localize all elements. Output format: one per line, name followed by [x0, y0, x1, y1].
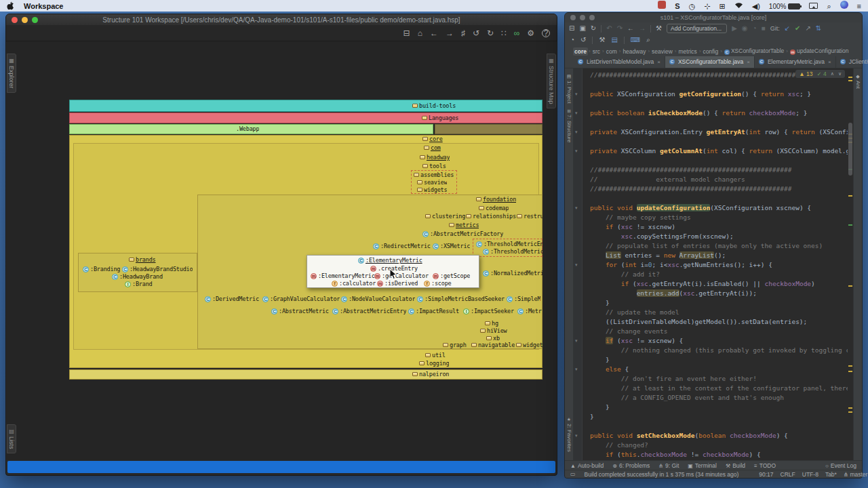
- breadcrumb-src[interactable]: src: [591, 47, 601, 56]
- rollback-icon[interactable]: ↺: [580, 37, 586, 43]
- build-status-message[interactable]: Build completed successfully in 1 s 375 …: [585, 471, 739, 478]
- breadcrumb-headway[interactable]: headway: [621, 47, 647, 56]
- clock-icon[interactable]: ◷: [689, 2, 696, 11]
- tool-window-button-build[interactable]: ⚒Build: [726, 462, 745, 469]
- git-commit-icon[interactable]: ✔: [795, 25, 800, 32]
- structure-map-canvas[interactable]: ▦ Explorer ▦ Structure Map ▤ Lists: [7, 41, 556, 460]
- editor-scrollbar[interactable]: [848, 68, 853, 462]
- back-icon[interactable]: ←: [627, 25, 634, 32]
- warning-mark: [848, 371, 852, 372]
- back-icon[interactable]: ←: [430, 29, 438, 37]
- s-app-icon[interactable]: S: [675, 2, 679, 10]
- terminal-icon[interactable]: ⌨: [631, 37, 640, 43]
- tool-window-button-7-structure[interactable]: ≣7: Structure: [566, 109, 572, 142]
- tab-xsconfiguratortable-java[interactable]: CXSConfiguratorTable.java×: [665, 56, 755, 68]
- tab-listdriventablemodel-java[interactable]: CListDrivenTableModel.java×: [574, 56, 665, 68]
- refresh-icon[interactable]: ↻: [487, 29, 494, 37]
- close-tab-icon[interactable]: ×: [828, 59, 831, 65]
- tool-window-button-ant[interactable]: ◆Ant: [855, 74, 861, 89]
- redo-icon[interactable]: ↷: [617, 25, 623, 32]
- tool-window-button-9-git[interactable]: ⋔9: Git: [658, 462, 679, 469]
- explorer-tab[interactable]: ▦ Explorer: [7, 54, 16, 93]
- home-icon[interactable]: ⌂: [418, 29, 422, 37]
- build-icon[interactable]: ⚒: [656, 25, 662, 32]
- status-item[interactable]: Tab*: [825, 471, 837, 478]
- breadcrumb-updateconfiguration[interactable]: mupdateConfiguration: [789, 47, 850, 56]
- tool-window-button-2-favorites[interactable]: ★2: Favorites: [566, 417, 572, 452]
- apple-menu-icon[interactable]: [7, 1, 14, 10]
- close-tab-icon[interactable]: ×: [747, 59, 750, 65]
- breadcrumb-metrics[interactable]: metrics: [677, 47, 698, 56]
- code-line: // a CONFIG_OPENED event and that's enou…: [574, 393, 848, 403]
- sync-icon[interactable]: ↻: [591, 25, 596, 32]
- next-problem-icon[interactable]: ∨: [838, 71, 842, 77]
- link-icon[interactable]: ∞: [514, 29, 520, 37]
- structure-map-tab[interactable]: ▦ Structure Map: [547, 54, 556, 108]
- breadcrumb-com[interactable]: com: [605, 47, 618, 56]
- airplay-icon[interactable]: [809, 3, 818, 9]
- git-branch-widget[interactable]: ⋔ master: [844, 471, 867, 478]
- tool-window-button-6-problems[interactable]: ⊕6: Problems: [612, 462, 650, 469]
- method-icon: m: [790, 49, 795, 55]
- forward-icon[interactable]: →: [446, 29, 454, 37]
- code-line: // changed?: [574, 441, 848, 450]
- tool-window-button-auto-build[interactable]: ▲Auto-build: [570, 462, 604, 469]
- tool-window-button-event-log[interactable]: ○Event Log: [825, 462, 856, 469]
- close-tab-icon[interactable]: ×: [657, 59, 660, 65]
- status-item[interactable]: 90:17: [759, 471, 773, 478]
- battery-indicator[interactable]: 100%: [769, 3, 801, 10]
- spotlight-icon[interactable]: ⌕: [827, 2, 831, 11]
- status-item[interactable]: UTF-8: [802, 471, 818, 478]
- breadcrumb-xsconfiguratortable[interactable]: CXSConfiguratorTable: [723, 47, 785, 56]
- git-update-icon[interactable]: ↙: [785, 25, 790, 32]
- status-item[interactable]: CRLF: [781, 471, 795, 478]
- rotate-left-icon[interactable]: ↺: [473, 29, 479, 37]
- search-icon[interactable]: ⌕: [646, 37, 650, 43]
- coverage-icon[interactable]: ◔: [753, 25, 757, 32]
- active-app-name[interactable]: Workspace: [24, 2, 64, 10]
- code-line: // don't fire an event here either!: [574, 374, 848, 384]
- open-icon[interactable]: ⊟: [569, 25, 574, 32]
- structure101-titlebar[interactable]: Structure 101 Workspace [/Users/chris/de…: [6, 14, 557, 25]
- breadcrumb-core[interactable]: core: [573, 47, 588, 56]
- debug-icon[interactable]: ◉: [742, 25, 748, 32]
- tab-jclienthelp[interactable]: CJClientHelp⌄: [836, 56, 868, 68]
- wrench-icon[interactable]: ⚒: [599, 37, 605, 43]
- tool-window-button-todo[interactable]: ≡TODO: [754, 462, 776, 469]
- code-editor[interactable]: ▾▾▾▾▾▾▾▾▾ //############################…: [574, 68, 853, 462]
- stop-icon[interactable]: ■: [762, 25, 766, 32]
- breadcrumb-config[interactable]: config: [702, 47, 720, 56]
- recent-icon[interactable]: ◔: [570, 37, 574, 43]
- git-shelve-icon[interactable]: ⇅: [816, 25, 821, 32]
- save-all-icon[interactable]: ▣: [579, 25, 585, 32]
- scrollbar-thumb[interactable]: [848, 123, 852, 176]
- inspections-widget[interactable]: ▲ 13 ✓ 4 ∧ ∨: [795, 70, 845, 78]
- code-line: private XSCColumn getColumnAt(int col) {…: [574, 146, 848, 156]
- tool-window-button-terminal[interactable]: ▣Terminal: [688, 462, 717, 469]
- desktop-icon[interactable]: ⊞: [719, 2, 725, 11]
- intellij-titlebar[interactable]: s101 – XSConfiguratorTable.java [core]: [565, 13, 862, 22]
- screen-recording-icon[interactable]: [658, 1, 666, 9]
- settings-icon[interactable]: ⚙: [527, 29, 534, 37]
- run-icon[interactable]: ▶: [732, 25, 737, 32]
- scatter-icon[interactable]: ∷: [501, 29, 507, 37]
- volume-icon[interactable]: ◀): [752, 2, 760, 11]
- undo-icon[interactable]: ↶: [606, 25, 612, 32]
- tool-window-button-1-project[interactable]: ▤1: Project: [566, 74, 572, 104]
- project-folder-icon[interactable]: ▤: [611, 37, 617, 43]
- window-manager-icon[interactable]: ⊹: [704, 2, 710, 11]
- siri-icon[interactable]: [840, 1, 848, 9]
- wifi-icon[interactable]: [734, 2, 743, 9]
- notification-center-icon[interactable]: ≡: [857, 2, 861, 10]
- breadcrumb-seaview[interactable]: seaview: [650, 47, 674, 56]
- lists-tab[interactable]: ▤ Lists: [7, 424, 16, 453]
- open-icon[interactable]: ⊟: [403, 29, 410, 37]
- run-configuration-select[interactable]: Add Configuration...: [667, 24, 727, 33]
- git-push-icon[interactable]: ↗: [805, 25, 810, 32]
- levels-icon[interactable]: ♯: [461, 29, 465, 37]
- help-icon[interactable]: ?: [542, 29, 550, 37]
- tab-elementarymetric-java[interactable]: CElementaryMetric.java×: [755, 56, 836, 68]
- prev-problem-icon[interactable]: ∧: [831, 71, 834, 77]
- code-line: List entries = new ArrayList();: [574, 251, 848, 260]
- forward-icon[interactable]: →: [639, 25, 646, 32]
